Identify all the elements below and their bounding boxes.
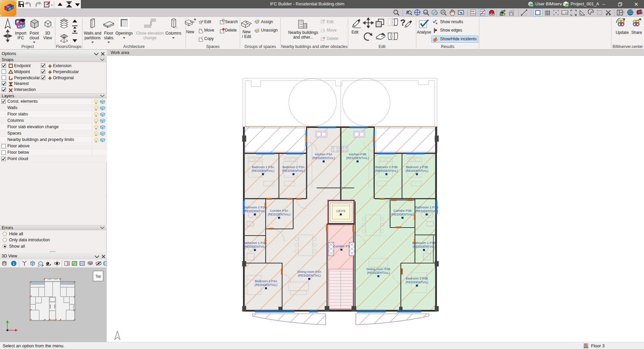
svg-text:Bedroom 2 P3A: Bedroom 2 P3A <box>282 165 305 169</box>
svg-text:Bedroom 1 P3B: Bedroom 1 P3B <box>406 165 428 169</box>
svg-text:(RESIDENTIAL): (RESIDENTIAL) <box>367 271 390 275</box>
svg-text:(RESIDENTIAL): (RESIDENTIAL) <box>413 245 435 248</box>
svg-text:?: ? <box>638 11 640 14</box>
svg-text:DXF: DXF <box>481 10 485 12</box>
svg-text:(RESIDENTIAL): (RESIDENTIAL) <box>252 169 274 172</box>
svg-text:(RESIDENTIAL): (RESIDENTIAL) <box>244 209 266 213</box>
svg-text:(RESIDENTIAL): (RESIDENTIAL) <box>268 212 290 216</box>
svg-text:(RESIDENTIAL): (RESIDENTIAL) <box>391 212 414 216</box>
svg-text:?: ? <box>400 17 406 28</box>
svg-text:Bedroom 3 P3B: Bedroom 3 P3B <box>406 277 428 280</box>
svg-text:Corridor P3B: Corridor P3B <box>393 209 412 212</box>
svg-text:1.00: 1.00 <box>562 11 568 14</box>
svg-text:(RESIDENTIAL): (RESIDENTIAL) <box>282 169 305 172</box>
svg-text:Bathroom 1 P3A: Bathroom 1 P3A <box>244 241 267 245</box>
svg-text:Bathroom 2 P3B: Bathroom 2 P3B <box>415 205 438 209</box>
svg-text:R: R <box>406 10 409 15</box>
svg-text:Corridor P3A: Corridor P3A <box>270 209 288 212</box>
svg-text:(RESIDENTIAL): (RESIDENTIAL) <box>312 156 335 160</box>
svg-text:DWG: DWG <box>471 13 476 15</box>
svg-text:Kitchen P3B: Kitchen P3B <box>349 152 366 156</box>
svg-text:Lift P3: Lift P3 <box>336 209 345 213</box>
svg-text:Bedroom 2 P3B: Bedroom 2 P3B <box>375 165 397 169</box>
svg-text:(RESIDENTIAL): (RESIDENTIAL) <box>244 245 266 248</box>
svg-text:(RESIDENTIAL): (RESIDENTIAL) <box>415 209 438 213</box>
svg-text:DWG: DWG <box>481 13 485 15</box>
svg-text:Dining room P3A: Dining room P3A <box>298 270 322 273</box>
svg-text:(RESIDENTIAL): (RESIDENTIAL) <box>375 169 398 172</box>
svg-text:(RESIDENTIAL): (RESIDENTIAL) <box>298 273 321 277</box>
svg-text:DXF: DXF <box>471 10 475 12</box>
svg-text:(RESIDENTIAL): (RESIDENTIAL) <box>406 280 428 284</box>
svg-text:Bathroom 1 P3B: Bathroom 1 P3B <box>413 241 436 245</box>
svg-text:x2: x2 <box>424 11 427 14</box>
svg-text:(RESIDENTIAL): (RESIDENTIAL) <box>346 156 369 160</box>
svg-text:Bedroom 1 P3A: Bedroom 1 P3A <box>252 165 274 169</box>
svg-text:Bedroom 3 P3A: Bedroom 3 P3A <box>255 279 277 283</box>
svg-text:Kitchen P3A: Kitchen P3A <box>315 152 332 156</box>
svg-text:Dining room P3B: Dining room P3B <box>367 267 390 271</box>
svg-text:Corridor P3: Corridor P3 <box>333 244 350 248</box>
svg-text:Bathroom 2 P3A: Bathroom 2 P3A <box>244 205 267 209</box>
svg-text:(RESIDENTIAL): (RESIDENTIAL) <box>255 283 277 287</box>
svg-text:(RESIDENTIAL): (RESIDENTIAL) <box>406 169 428 172</box>
